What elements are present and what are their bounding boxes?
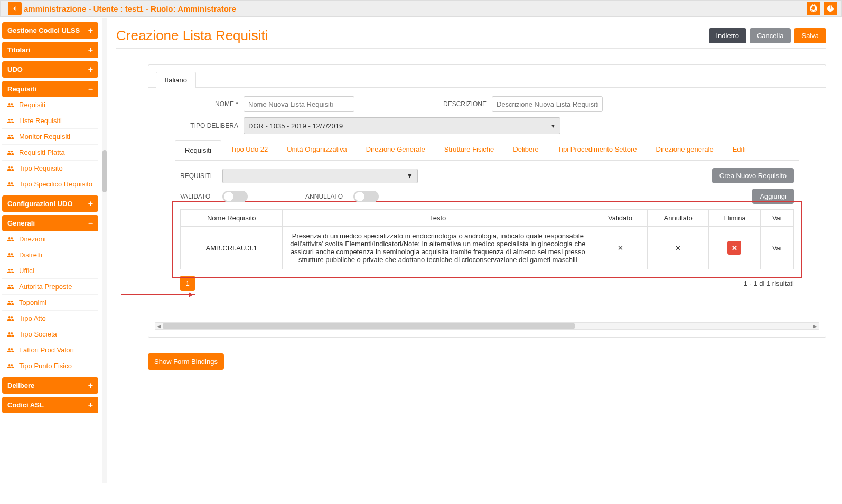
table-header: Nome Requisito bbox=[181, 210, 283, 227]
table-header: Elimina bbox=[709, 210, 760, 227]
sidebar-item-5-4[interactable]: Toponimi bbox=[2, 295, 98, 311]
table-header: Validato bbox=[593, 210, 648, 227]
tipo-delibera-value: DGR - 1035 - 2019 - 12/7/2019 bbox=[248, 122, 343, 130]
globe-button[interactable] bbox=[807, 2, 820, 15]
annullato-toggle[interactable] bbox=[353, 191, 379, 202]
validato-label: VALIDATO bbox=[180, 193, 222, 200]
cell-testo: Presenza di un medico specializzato in e… bbox=[283, 227, 593, 269]
cell-elimina: ✕ bbox=[709, 227, 760, 269]
sidebar-item-5-7[interactable]: Fattori Prod Valori bbox=[2, 342, 98, 358]
sidebar-group-4[interactable]: Configurazioni UDO+ bbox=[2, 195, 98, 212]
horizontal-scrollbar[interactable]: ◄ ► bbox=[155, 322, 819, 330]
sidebar: Gestione Codici ULSS+Titolari+UDO+Requis… bbox=[0, 17, 100, 492]
sidebar-item-5-5[interactable]: Tipo Atto bbox=[2, 311, 98, 326]
sidebar-group-0[interactable]: Gestione Codici ULSS+ bbox=[2, 22, 98, 39]
tab-1[interactable]: Tipo Udo 22 bbox=[221, 139, 277, 160]
sidebar-group-7[interactable]: Codici ASL+ bbox=[2, 397, 98, 413]
chevron-down-icon: ▼ bbox=[550, 123, 556, 129]
back-button[interactable]: Indietro bbox=[709, 28, 746, 43]
sidebar-item-3-3[interactable]: Requisiti Piatta bbox=[2, 145, 98, 161]
sidebar-item-3-0[interactable]: Requisiti bbox=[2, 97, 98, 113]
sidebar-item-3-2[interactable]: Monitor Requisiti bbox=[2, 129, 98, 145]
table-header: Annullato bbox=[648, 210, 709, 227]
tab-2[interactable]: Unità Organizzativa bbox=[277, 139, 356, 160]
page-1-button[interactable]: 1 bbox=[180, 276, 195, 291]
tipo-delibera-label: TIPO DELIBERA bbox=[170, 122, 244, 129]
desc-input[interactable] bbox=[492, 96, 603, 112]
sidebar-item-5-1[interactable]: Distretti bbox=[2, 247, 98, 263]
main-content: Creazione Lista Requisiti Indietro Cance… bbox=[100, 17, 842, 492]
sidebar-group-1[interactable]: Titolari+ bbox=[2, 42, 98, 58]
cell-nome: AMB.CRI.AU.3.1 bbox=[181, 227, 283, 269]
requisiti-filter-label: REQUISITI bbox=[180, 172, 222, 180]
desc-label: DESCRIZIONE bbox=[354, 100, 492, 108]
results-count: 1 - 1 di 1 risultati bbox=[744, 279, 794, 287]
sidebar-item-5-0[interactable]: Direzioni bbox=[2, 231, 98, 247]
aggiungi-button[interactable]: Aggiungi bbox=[752, 189, 794, 204]
sidebar-group-3[interactable]: Requisiti− bbox=[2, 81, 98, 97]
cancel-button[interactable]: Cancella bbox=[750, 28, 791, 43]
sidebar-item-5-3[interactable]: Autorita Preposte bbox=[2, 279, 98, 295]
requisiti-filter-select[interactable]: ▼ bbox=[222, 169, 418, 183]
requisiti-table: Nome RequisitoTestoValidatoAnnullatoElim… bbox=[180, 209, 794, 269]
tab-7[interactable]: Direzione generale bbox=[647, 139, 723, 160]
save-button[interactable]: Salva bbox=[794, 28, 826, 43]
chevron-down-icon: ▼ bbox=[406, 172, 413, 180]
annullato-label: ANNULLATO bbox=[269, 193, 343, 200]
name-input[interactable] bbox=[244, 96, 354, 112]
sidebar-group-2[interactable]: UDO+ bbox=[2, 61, 98, 78]
sidebar-item-5-8[interactable]: Tipo Punto Fisico bbox=[2, 358, 98, 374]
inner-tabs: RequisitiTipo Udo 22Unità OrganizzativaD… bbox=[175, 139, 799, 161]
tab-4[interactable]: Strutture Fisiche bbox=[435, 139, 504, 160]
form-card: Italiano NOME * DESCRIZIONE TIPO DELIBER… bbox=[148, 64, 826, 338]
power-button[interactable] bbox=[824, 2, 837, 15]
tab-6[interactable]: Tipi Procedimento Settore bbox=[548, 139, 647, 160]
tipo-delibera-select[interactable]: DGR - 1035 - 2019 - 12/7/2019 ▼ bbox=[244, 117, 560, 134]
crea-nuovo-requisito-button[interactable]: Crea Nuovo Requisito bbox=[712, 168, 794, 183]
validato-toggle[interactable] bbox=[222, 191, 248, 202]
language-tab[interactable]: Italiano bbox=[156, 72, 196, 88]
tab-8[interactable]: Edifi bbox=[723, 139, 755, 160]
sidebar-item-5-6[interactable]: Tipo Societa bbox=[2, 326, 98, 342]
app-title: amministrazione - Utente : test1 - Ruolo… bbox=[24, 4, 803, 13]
annotation-arrow bbox=[121, 294, 195, 295]
sidebar-item-3-4[interactable]: Tipo Requisito bbox=[2, 161, 98, 176]
sidebar-group-5[interactable]: Generali− bbox=[2, 215, 98, 231]
tab-5[interactable]: Delibere bbox=[503, 139, 548, 160]
sidebar-item-3-5[interactable]: Tipo Specifico Requisito bbox=[2, 176, 98, 192]
tab-3[interactable]: Direzione Generale bbox=[357, 139, 435, 160]
collapse-sidebar-button[interactable] bbox=[8, 2, 22, 15]
table-header: Vai bbox=[760, 210, 793, 227]
cell-validato: ✕ bbox=[593, 227, 648, 269]
table-header: Testo bbox=[283, 210, 593, 227]
cell-vai[interactable]: Vai bbox=[760, 227, 793, 269]
sidebar-item-3-1[interactable]: Liste Requisiti bbox=[2, 113, 98, 129]
scroll-left-icon[interactable]: ◄ bbox=[155, 323, 163, 329]
table-row: AMB.CRI.AU.3.1Presenza di un medico spec… bbox=[181, 227, 794, 269]
tab-0[interactable]: Requisiti bbox=[175, 140, 221, 161]
delete-button[interactable]: ✕ bbox=[727, 241, 741, 255]
topbar: amministrazione - Utente : test1 - Ruolo… bbox=[0, 0, 842, 17]
name-label: NOME * bbox=[170, 100, 244, 108]
page-title: Creazione Lista Requisiti bbox=[116, 27, 706, 44]
cell-annullato: ✕ bbox=[648, 227, 709, 269]
sidebar-group-6[interactable]: Delibere+ bbox=[2, 377, 98, 394]
scroll-right-icon[interactable]: ► bbox=[811, 323, 819, 329]
sidebar-item-5-2[interactable]: Uffici bbox=[2, 263, 98, 279]
show-form-bindings-button[interactable]: Show Form Bindings bbox=[148, 353, 224, 370]
